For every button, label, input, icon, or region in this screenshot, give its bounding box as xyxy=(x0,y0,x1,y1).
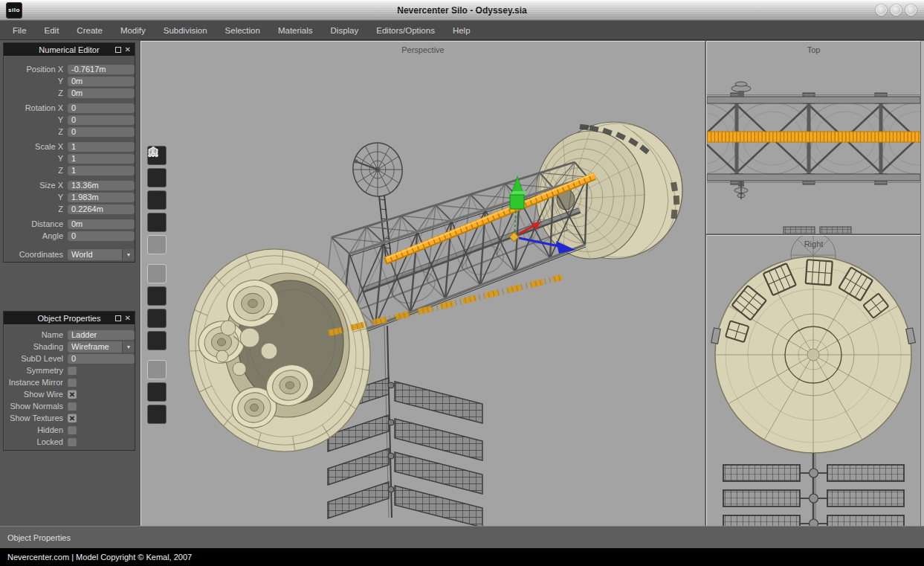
coordinates-select[interactable]: World ▼ xyxy=(68,249,135,260)
size-z-input[interactable] xyxy=(68,205,135,214)
position-y-input[interactable] xyxy=(68,77,135,86)
object-mode-button[interactable] xyxy=(147,235,167,254)
perspective-viewport[interactable]: Perspective xyxy=(140,41,705,527)
position-x-input[interactable] xyxy=(68,65,135,74)
paint-select-button[interactable] xyxy=(147,360,167,379)
rotation-y-input[interactable] xyxy=(68,115,135,125)
field-label: Distance xyxy=(4,219,68,228)
shading-select[interactable]: Wireframe ▼ xyxy=(68,341,135,353)
field-label: Z xyxy=(4,127,68,136)
scale-y-input[interactable] xyxy=(68,154,135,164)
menu-modify[interactable]: Modify xyxy=(112,26,155,35)
field-label: Locked xyxy=(4,437,68,446)
title-bar[interactable]: silo Nevercenter Silo - Odyssey.sia xyxy=(0,0,924,21)
field-label: Z xyxy=(4,166,68,175)
show-normals-checkbox[interactable] xyxy=(68,402,77,411)
coordinates-value: World xyxy=(68,250,122,259)
top-viewport[interactable]: Top xyxy=(706,41,921,234)
show-wire-checkbox[interactable]: ✕ xyxy=(68,390,77,399)
field-label: Scale X xyxy=(4,142,68,151)
rotate-tool-button[interactable] xyxy=(147,286,167,306)
object-properties-titlebar[interactable]: Object Properties ✕ xyxy=(4,312,135,324)
window-controls xyxy=(876,4,917,16)
right-scene xyxy=(707,236,920,527)
footer-text: Nevercenter.com | Model Copyright © Kema… xyxy=(7,553,192,562)
maximize-button[interactable] xyxy=(891,4,902,16)
hidden-checkbox[interactable] xyxy=(68,425,77,434)
lasso-select-button[interactable] xyxy=(147,405,167,424)
size-y-input[interactable] xyxy=(68,193,135,202)
shading-value: Wireframe xyxy=(68,342,122,351)
field-label: Hidden xyxy=(4,425,68,434)
field-label: Shading xyxy=(4,342,68,351)
field-label: Show Wire xyxy=(4,390,68,399)
right-view-model xyxy=(711,236,916,527)
rotation-x-input[interactable] xyxy=(68,103,135,113)
rect-select-button[interactable] xyxy=(147,382,167,402)
show-textures-checkbox[interactable]: ✕ xyxy=(68,414,77,422)
menu-create[interactable]: Create xyxy=(68,26,112,35)
edge-mode-button[interactable] xyxy=(147,168,167,187)
position-z-input[interactable] xyxy=(68,89,135,98)
field-label: Y xyxy=(4,154,68,163)
scale-x-input[interactable] xyxy=(68,142,135,152)
lasso-select-icon xyxy=(147,146,159,158)
menu-selection[interactable]: Selection xyxy=(216,26,269,35)
object-properties-panel: Object Properties ✕ Name Shading Wirefra… xyxy=(3,311,135,451)
top-scene xyxy=(707,42,920,234)
status-bar: Object Properties xyxy=(0,526,924,548)
chevron-down-icon: ▼ xyxy=(122,249,135,260)
menu-edit[interactable]: Edit xyxy=(36,26,68,35)
scale-tool-button[interactable] xyxy=(147,309,167,328)
field-label: Name xyxy=(4,330,68,339)
locked-checkbox[interactable] xyxy=(68,437,77,446)
menu-materials[interactable]: Materials xyxy=(269,26,322,35)
menu-help[interactable]: Help xyxy=(444,26,479,35)
chevron-down-icon: ▼ xyxy=(122,341,135,353)
field-label: Size X xyxy=(4,181,68,190)
panel-collapse-icon[interactable] xyxy=(115,315,121,321)
face-mode-button[interactable] xyxy=(147,190,167,210)
panel-close-icon[interactable]: ✕ xyxy=(125,315,131,322)
move-tool-button[interactable] xyxy=(147,264,167,283)
symmetry-checkbox[interactable] xyxy=(68,366,77,375)
tool-palette xyxy=(147,146,167,427)
universal-tool-button[interactable] xyxy=(147,331,167,350)
panel-collapse-icon[interactable] xyxy=(115,47,121,53)
subd-level-input[interactable] xyxy=(68,354,135,364)
scale-z-input[interactable] xyxy=(68,166,135,176)
field-label: Y xyxy=(4,193,68,202)
element-mode-button[interactable] xyxy=(147,213,167,232)
top-view-model xyxy=(707,82,920,234)
field-label: Show Textures xyxy=(4,414,68,422)
instance-mirror-checkbox[interactable] xyxy=(68,378,77,387)
window-title: Nevercenter Silo - Odyssey.sia xyxy=(0,5,924,16)
menu-subdivision[interactable]: Subdivision xyxy=(155,26,216,35)
object-name-input[interactable] xyxy=(68,330,135,340)
field-label: Coordinates xyxy=(4,250,68,259)
window-frame-strip xyxy=(921,41,924,526)
numerical-editor-panel: Numerical Editor ✕ Position X Y Z Rotati… xyxy=(3,42,135,263)
field-label: Position X xyxy=(4,65,68,74)
field-label: SubD Level xyxy=(4,354,68,363)
perspective-scene xyxy=(141,42,705,527)
field-label: Y xyxy=(4,115,68,124)
angle-input[interactable] xyxy=(68,231,135,241)
close-button[interactable] xyxy=(905,4,917,16)
minimize-button[interactable] xyxy=(876,4,887,16)
distance-input[interactable] xyxy=(68,219,135,229)
app-logo: silo xyxy=(6,2,22,19)
panel-close-icon[interactable]: ✕ xyxy=(125,46,131,54)
right-viewport[interactable]: Right xyxy=(706,235,921,527)
field-label: Y xyxy=(4,77,68,86)
app-window: silo Nevercenter Silo - Odyssey.sia File… xyxy=(0,0,924,566)
menu-editors-options[interactable]: Editors/Options xyxy=(367,26,444,35)
rotation-z-input[interactable] xyxy=(68,127,135,137)
field-label: Z xyxy=(4,89,68,97)
menu-file[interactable]: File xyxy=(4,26,36,35)
size-x-input[interactable] xyxy=(68,181,135,190)
status-text: Object Properties xyxy=(7,533,71,542)
numerical-editor-titlebar[interactable]: Numerical Editor ✕ xyxy=(4,43,135,56)
menu-display[interactable]: Display xyxy=(322,26,368,35)
field-label: Show Normals xyxy=(4,402,68,411)
